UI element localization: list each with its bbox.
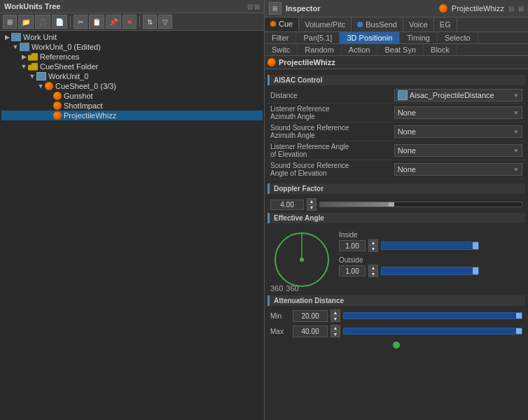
window-maximize[interactable]: ⊞ xyxy=(518,5,524,13)
expand-arrow[interactable]: ▼ xyxy=(11,43,20,50)
toolbar-sep1 xyxy=(70,16,71,27)
expand-arrow[interactable]: ▶ xyxy=(3,34,11,41)
sort-arrow-btn[interactable]: ▽ xyxy=(158,15,172,29)
outside-slider[interactable] xyxy=(381,267,479,275)
angle-content: 360 360 Inside ▲ ▼ xyxy=(268,225,525,295)
subtab-timing[interactable]: Timing xyxy=(400,32,438,43)
att-min-input[interactable] xyxy=(293,310,328,322)
outside-spin-up[interactable]: ▲ xyxy=(368,265,378,271)
new-cue-btn[interactable]: 🎵 xyxy=(35,15,50,29)
tab-volume[interactable]: Volume/Pitc xyxy=(299,18,352,31)
att-min-spin-down[interactable]: ▼ xyxy=(331,316,340,322)
att-min-slider[interactable] xyxy=(343,312,522,319)
inspector-content: AISAC Control Distance Aisac_ProjectileD… xyxy=(265,72,528,420)
property-grid: Distance Aisac_ProjectileDistance ▼ Li xyxy=(268,88,525,179)
att-max-spin-up[interactable]: ▲ xyxy=(331,325,340,331)
inspector-right: ProjectileWhizz ⊟ ⊞ xyxy=(439,4,524,13)
dropdown-listener-azimuth[interactable]: None ▼ xyxy=(394,106,522,119)
inside-thumb xyxy=(473,242,478,249)
window-minimize[interactable]: ⊟ xyxy=(508,5,514,13)
angle-circle-svg xyxy=(270,228,333,291)
angle-deg1: 360 xyxy=(270,284,283,293)
att-max-slider[interactable] xyxy=(343,328,522,335)
prop-row-distance: Distance Aisac_ProjectileDistance ▼ xyxy=(268,88,525,104)
folder-icon xyxy=(11,33,21,41)
inside-row: ▲ ▼ xyxy=(339,239,479,252)
subtab-switc[interactable]: Switc xyxy=(265,44,298,55)
tab-cue[interactable]: Cue xyxy=(265,18,299,31)
tree-item-cuefolder[interactable]: ▼ CueSheet Folder xyxy=(1,62,263,71)
tree-label: CueSheet_0 (3/3) xyxy=(55,82,116,90)
tree-item-cuesheet[interactable]: ▼ CueSheet_0 (3/3) xyxy=(1,81,263,91)
subtab-filter[interactable]: Filter xyxy=(265,32,296,43)
doppler-spin-down[interactable]: ▼ xyxy=(307,204,317,211)
dropdown-source-elevation[interactable]: None ▼ xyxy=(394,163,522,176)
tab-voice[interactable]: Voice xyxy=(403,18,434,31)
cut-btn[interactable]: ✂ xyxy=(74,15,88,29)
new-cuesheet-btn[interactable]: 📄 xyxy=(52,15,67,29)
outside-spin-down[interactable]: ▼ xyxy=(368,271,378,277)
subtab-block[interactable]: Block xyxy=(424,44,457,55)
expand-arrow[interactable]: ▶ xyxy=(20,53,28,60)
subtab-3dposition[interactable]: 3D Positionin xyxy=(340,32,400,43)
subtab-action-label: Action xyxy=(349,46,370,54)
tree-label: Gunshot xyxy=(64,92,93,100)
att-max-input[interactable] xyxy=(293,326,328,337)
tab-eg[interactable]: EG xyxy=(434,18,457,31)
tree-item-projectilewhizz[interactable]: ▶ ProjectileWhizz xyxy=(1,111,263,120)
new-workunit-btn[interactable]: ⊞ xyxy=(3,15,17,29)
dropdown-listener-elevation[interactable]: None ▼ xyxy=(394,144,522,157)
delete-btn[interactable]: ✕ xyxy=(123,15,137,29)
dropdown-source-azimuth-label: None xyxy=(398,127,416,136)
prop-label-source-azimuth: Sound Source ReferenceAzimuth Angle xyxy=(268,122,391,141)
inside-spin-down[interactable]: ▼ xyxy=(368,246,378,252)
inside-spin-up[interactable]: ▲ xyxy=(368,239,378,246)
cue-icon xyxy=(53,111,62,120)
dropdown-source-azimuth[interactable]: None ▼ xyxy=(394,125,522,138)
inside-slider[interactable] xyxy=(381,241,479,250)
subtab-random-label: Random xyxy=(305,46,334,54)
doppler-input[interactable] xyxy=(270,200,304,210)
outside-input[interactable] xyxy=(339,265,366,276)
panel-maximize[interactable]: ⊞ xyxy=(254,3,260,10)
expand-arrow[interactable]: ▼ xyxy=(36,83,45,90)
copy-btn[interactable]: 📋 xyxy=(89,15,104,29)
tab-bussend[interactable]: BusSend xyxy=(352,18,403,31)
att-min-spinner: ▲ ▼ xyxy=(331,309,340,322)
tree-item-workunit0b[interactable]: ▼ WorkUnit_0 xyxy=(1,71,263,81)
tree-item-gunshot[interactable]: ▶ Gunshot xyxy=(1,91,263,101)
paste-btn[interactable]: 📌 xyxy=(106,15,121,29)
subtab-random[interactable]: Random xyxy=(298,44,342,55)
left-panel-header: WorkUnits Tree ⊟ ⊞ xyxy=(0,0,264,13)
inside-input[interactable] xyxy=(339,240,366,251)
grid-view-btn[interactable]: ⊞ xyxy=(269,2,282,15)
new-folder-btn[interactable]: 📁 xyxy=(18,15,34,29)
doppler-spin-up[interactable]: ▲ xyxy=(307,198,317,204)
att-max-spin-down[interactable]: ▼ xyxy=(331,331,340,337)
subtab-beatsyn[interactable]: Beat Syn xyxy=(377,44,424,55)
panel-minimize[interactable]: ⊟ xyxy=(247,3,253,10)
att-min-spin-up[interactable]: ▲ xyxy=(331,309,340,316)
angle-circle-container: 360 360 xyxy=(270,228,333,293)
doppler-slider[interactable] xyxy=(319,202,522,207)
expand-arrow[interactable]: ▼ xyxy=(20,63,28,70)
subtab-pan[interactable]: Pan[5.1] xyxy=(296,32,340,43)
subtab-action[interactable]: Action xyxy=(342,44,378,55)
prop-row-source-azimuth: Sound Source ReferenceAzimuth Angle None… xyxy=(268,122,525,141)
dropdown-distance[interactable]: Aisac_ProjectileDistance ▼ xyxy=(394,89,522,102)
tree-item-references[interactable]: ▶ References xyxy=(1,52,263,62)
dropdown-arrow: ▼ xyxy=(513,148,519,154)
expand-arrow[interactable]: ▼ xyxy=(28,73,36,80)
tree-item-workunit[interactable]: ▶ Work Unit xyxy=(1,32,263,42)
cue-icon xyxy=(53,92,62,100)
prop-value-listener-azimuth: None ▼ xyxy=(391,104,525,122)
sort-btn[interactable]: ⇅ xyxy=(143,15,157,29)
folder-icon xyxy=(28,63,38,71)
att-max-thumb xyxy=(516,328,522,334)
subtab-selector[interactable]: Selecto xyxy=(438,32,478,43)
tree-item-shotimpact[interactable]: ▶ ShotImpact xyxy=(1,101,263,111)
att-min-row: Min ▲ ▼ xyxy=(268,308,525,323)
tree-toolbar: ⊞ 📁 🎵 📄 ✂ 📋 📌 ✕ ⇅ ▽ xyxy=(0,13,264,31)
tab-eg-label: EG xyxy=(440,20,451,29)
tree-item-workunit0[interactable]: ▼ WorkUnit_0 (Edited) xyxy=(1,42,263,52)
